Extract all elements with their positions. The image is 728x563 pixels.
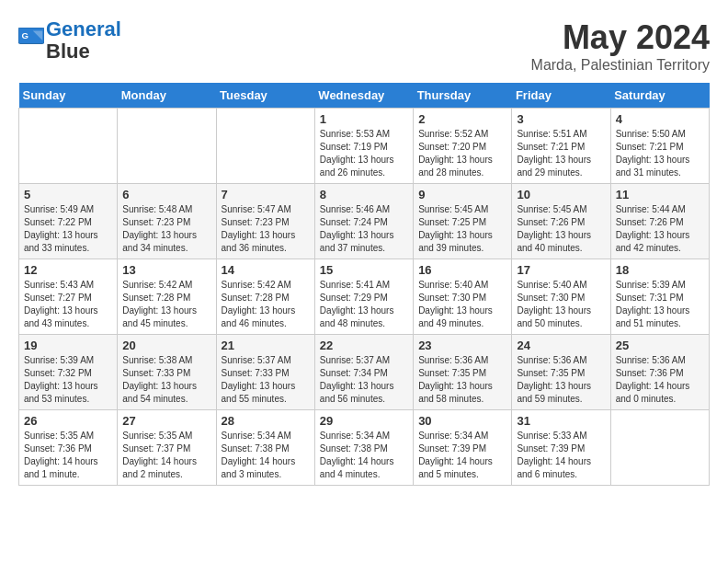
day-number: 19 (24, 339, 112, 352)
calendar-cell: 6Sunrise: 5:48 AM Sunset: 7:23 PM Daylig… (118, 184, 216, 259)
day-info: Sunrise: 5:37 AM Sunset: 7:33 PM Dayligh… (222, 354, 310, 406)
location: Marda, Palestinian Territory (531, 57, 710, 74)
day-info: Sunrise: 5:37 AM Sunset: 7:34 PM Dayligh… (320, 354, 408, 406)
day-info: Sunrise: 5:45 AM Sunset: 7:25 PM Dayligh… (418, 203, 506, 255)
day-number: 11 (616, 188, 704, 201)
weekday-header-saturday: Saturday (610, 83, 709, 109)
weekday-header-sunday: Sunday (19, 83, 118, 109)
day-number: 1 (320, 112, 408, 126)
day-info: Sunrise: 5:43 AM Sunset: 7:27 PM Dayligh… (24, 279, 112, 330)
calendar-week-5: 26Sunrise: 5:35 AM Sunset: 7:36 PM Dayli… (19, 410, 710, 486)
logo-icon: G (18, 28, 44, 53)
calendar-cell: 1Sunrise: 5:53 AM Sunset: 7:19 PM Daylig… (314, 109, 413, 184)
day-info: Sunrise: 5:39 AM Sunset: 7:31 PM Dayligh… (616, 279, 704, 330)
day-info: Sunrise: 5:41 AM Sunset: 7:29 PM Dayligh… (320, 279, 408, 330)
weekday-header-tuesday: Tuesday (216, 83, 314, 109)
calendar-cell: 23Sunrise: 5:36 AM Sunset: 7:35 PM Dayli… (414, 335, 512, 410)
day-number: 12 (24, 263, 112, 277)
day-info: Sunrise: 5:35 AM Sunset: 7:37 PM Dayligh… (122, 430, 210, 481)
calendar-cell: 25Sunrise: 5:36 AM Sunset: 7:36 PM Dayli… (610, 335, 709, 410)
day-number: 3 (517, 112, 605, 126)
day-number: 21 (222, 339, 310, 352)
weekday-header-friday: Friday (512, 83, 610, 109)
calendar-cell: 7Sunrise: 5:47 AM Sunset: 7:23 PM Daylig… (216, 184, 314, 259)
day-number: 10 (517, 188, 605, 201)
day-info: Sunrise: 5:34 AM Sunset: 7:38 PM Dayligh… (222, 430, 310, 481)
calendar-cell (19, 109, 118, 184)
day-number: 5 (24, 188, 112, 201)
svg-text:G: G (22, 30, 28, 40)
logo: G General Blue (18, 18, 121, 63)
day-info: Sunrise: 5:45 AM Sunset: 7:26 PM Dayligh… (517, 203, 605, 255)
day-number: 15 (320, 263, 408, 277)
weekday-header-wednesday: Wednesday (314, 83, 413, 109)
calendar-cell: 8Sunrise: 5:46 AM Sunset: 7:24 PM Daylig… (314, 184, 413, 259)
day-info: Sunrise: 5:36 AM Sunset: 7:36 PM Dayligh… (616, 354, 704, 406)
day-info: Sunrise: 5:39 AM Sunset: 7:32 PM Dayligh… (24, 354, 112, 406)
calendar-cell: 21Sunrise: 5:37 AM Sunset: 7:33 PM Dayli… (216, 335, 314, 410)
calendar-cell: 30Sunrise: 5:34 AM Sunset: 7:39 PM Dayli… (414, 410, 512, 486)
page-header: G General Blue May 2024 Marda, Palestini… (18, 18, 710, 74)
day-info: Sunrise: 5:40 AM Sunset: 7:30 PM Dayligh… (418, 279, 506, 330)
weekday-header-thursday: Thursday (414, 83, 512, 109)
calendar-cell: 3Sunrise: 5:51 AM Sunset: 7:21 PM Daylig… (512, 109, 610, 184)
day-number: 8 (320, 188, 408, 201)
day-info: Sunrise: 5:33 AM Sunset: 7:39 PM Dayligh… (517, 430, 605, 481)
calendar-cell: 18Sunrise: 5:39 AM Sunset: 7:31 PM Dayli… (610, 259, 709, 335)
logo-text: General Blue (46, 18, 121, 63)
calendar-week-1: 1Sunrise: 5:53 AM Sunset: 7:19 PM Daylig… (19, 109, 710, 184)
day-number: 7 (222, 188, 310, 201)
day-number: 30 (418, 414, 506, 428)
calendar-cell (216, 109, 314, 184)
day-info: Sunrise: 5:50 AM Sunset: 7:21 PM Dayligh… (616, 128, 704, 179)
calendar-cell (118, 109, 216, 184)
calendar-cell: 28Sunrise: 5:34 AM Sunset: 7:38 PM Dayli… (216, 410, 314, 486)
calendar-cell: 11Sunrise: 5:44 AM Sunset: 7:26 PM Dayli… (610, 184, 709, 259)
day-info: Sunrise: 5:53 AM Sunset: 7:19 PM Dayligh… (320, 128, 408, 179)
calendar-week-4: 19Sunrise: 5:39 AM Sunset: 7:32 PM Dayli… (19, 335, 710, 410)
calendar-cell: 15Sunrise: 5:41 AM Sunset: 7:29 PM Dayli… (314, 259, 413, 335)
calendar-cell: 27Sunrise: 5:35 AM Sunset: 7:37 PM Dayli… (118, 410, 216, 486)
day-number: 14 (222, 263, 310, 277)
day-info: Sunrise: 5:36 AM Sunset: 7:35 PM Dayligh… (517, 354, 605, 406)
day-number: 9 (418, 188, 506, 201)
calendar-cell: 9Sunrise: 5:45 AM Sunset: 7:25 PM Daylig… (414, 184, 512, 259)
day-info: Sunrise: 5:38 AM Sunset: 7:33 PM Dayligh… (122, 354, 210, 406)
calendar-cell (610, 410, 709, 486)
day-info: Sunrise: 5:42 AM Sunset: 7:28 PM Dayligh… (222, 279, 310, 330)
day-info: Sunrise: 5:52 AM Sunset: 7:20 PM Dayligh… (418, 128, 506, 179)
day-number: 28 (222, 414, 310, 428)
day-number: 2 (418, 112, 506, 126)
calendar-cell: 4Sunrise: 5:50 AM Sunset: 7:21 PM Daylig… (610, 109, 709, 184)
day-info: Sunrise: 5:42 AM Sunset: 7:28 PM Dayligh… (122, 279, 210, 330)
title-block: May 2024 Marda, Palestinian Territory (531, 18, 710, 74)
calendar-cell: 12Sunrise: 5:43 AM Sunset: 7:27 PM Dayli… (19, 259, 118, 335)
day-number: 23 (418, 339, 506, 352)
calendar-week-3: 12Sunrise: 5:43 AM Sunset: 7:27 PM Dayli… (19, 259, 710, 335)
calendar-cell: 29Sunrise: 5:34 AM Sunset: 7:38 PM Dayli… (314, 410, 413, 486)
day-number: 13 (122, 263, 210, 277)
day-number: 22 (320, 339, 408, 352)
calendar-cell: 14Sunrise: 5:42 AM Sunset: 7:28 PM Dayli… (216, 259, 314, 335)
day-number: 31 (517, 414, 605, 428)
day-info: Sunrise: 5:44 AM Sunset: 7:26 PM Dayligh… (616, 203, 704, 255)
month-title: May 2024 (531, 18, 710, 57)
day-number: 29 (320, 414, 408, 428)
day-info: Sunrise: 5:34 AM Sunset: 7:39 PM Dayligh… (418, 430, 506, 481)
day-info: Sunrise: 5:46 AM Sunset: 7:24 PM Dayligh… (320, 203, 408, 255)
calendar-cell: 20Sunrise: 5:38 AM Sunset: 7:33 PM Dayli… (118, 335, 216, 410)
day-number: 16 (418, 263, 506, 277)
day-info: Sunrise: 5:34 AM Sunset: 7:38 PM Dayligh… (320, 430, 408, 481)
calendar-cell: 13Sunrise: 5:42 AM Sunset: 7:28 PM Dayli… (118, 259, 216, 335)
day-number: 27 (122, 414, 210, 428)
calendar-cell: 19Sunrise: 5:39 AM Sunset: 7:32 PM Dayli… (19, 335, 118, 410)
day-info: Sunrise: 5:51 AM Sunset: 7:21 PM Dayligh… (517, 128, 605, 179)
weekday-header-monday: Monday (118, 83, 216, 109)
calendar-cell: 24Sunrise: 5:36 AM Sunset: 7:35 PM Dayli… (512, 335, 610, 410)
day-number: 20 (122, 339, 210, 352)
calendar-cell: 22Sunrise: 5:37 AM Sunset: 7:34 PM Dayli… (314, 335, 413, 410)
calendar-cell: 26Sunrise: 5:35 AM Sunset: 7:36 PM Dayli… (19, 410, 118, 486)
calendar-table: SundayMondayTuesdayWednesdayThursdayFrid… (18, 83, 710, 486)
calendar-cell: 5Sunrise: 5:49 AM Sunset: 7:22 PM Daylig… (19, 184, 118, 259)
day-info: Sunrise: 5:36 AM Sunset: 7:35 PM Dayligh… (418, 354, 506, 406)
